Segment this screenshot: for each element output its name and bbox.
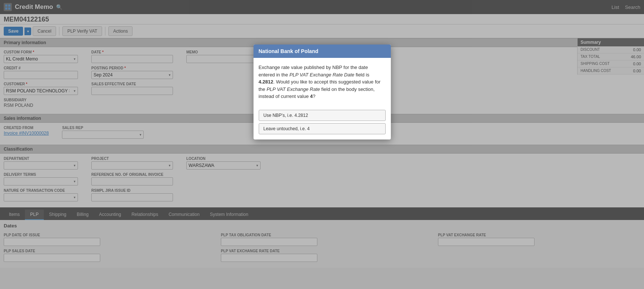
leave-untouched-button[interactable]: Leave untouched, i.e. 4 xyxy=(259,123,386,134)
modal-overlay: National Bank of Poland Exchange rate va… xyxy=(0,0,644,289)
modal-field-italic-2: PLP VAT Exchange Rate xyxy=(267,86,320,92)
modal-header: National Bank of Poland xyxy=(254,45,391,58)
modal-actions: Use NBP's, i.e. 4.2812 Leave untouched, … xyxy=(254,106,391,139)
modal-body-mid1: field is xyxy=(354,72,369,78)
modal-dialog: National Bank of Poland Exchange rate va… xyxy=(254,45,391,139)
modal-body-question: ? xyxy=(313,93,315,99)
use-nbp-button[interactable]: Use NBP's, i.e. 4.2812 xyxy=(259,110,386,121)
modal-body: Exchange rate value published by NBP for… xyxy=(254,58,391,106)
modal-value-bold: 4.2812 xyxy=(259,79,274,85)
modal-field-italic-1: PLP VAT Exchange Rate Date xyxy=(290,72,354,78)
